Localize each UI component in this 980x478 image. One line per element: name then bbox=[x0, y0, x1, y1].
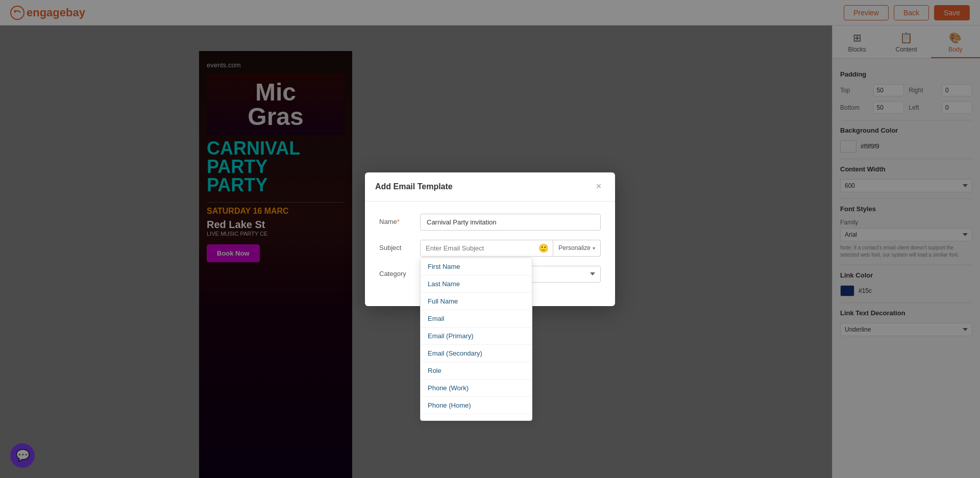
personalize-item[interactable]: Phone (Mobile) bbox=[421, 414, 532, 421]
personalize-item[interactable]: Email (Primary) bbox=[421, 328, 532, 345]
add-email-template-modal: Add Email Template × Name* Subject 🙂 bbox=[365, 172, 615, 306]
name-field bbox=[420, 214, 601, 231]
personalize-item[interactable]: First Name bbox=[421, 258, 532, 275]
personalize-label: Personalize bbox=[558, 244, 591, 251]
personalize-item[interactable]: Email (Secondary) bbox=[421, 345, 532, 362]
subject-row: Subject 🙂 Personalize ▾ First NameLast N… bbox=[379, 240, 601, 257]
personalize-button[interactable]: Personalize ▾ bbox=[553, 240, 600, 256]
personalize-item[interactable]: Full Name bbox=[421, 293, 532, 310]
personalize-dropdown[interactable]: First NameLast NameFull NameEmailEmail (… bbox=[420, 258, 532, 421]
personalize-item[interactable]: Last Name bbox=[421, 275, 532, 293]
modal-close-button[interactable]: × bbox=[593, 181, 605, 193]
emoji-button[interactable]: 🙂 bbox=[534, 240, 553, 256]
subject-wrapper: 🙂 Personalize ▾ bbox=[420, 240, 601, 257]
personalize-item[interactable]: Phone (Home) bbox=[421, 397, 532, 414]
name-input[interactable] bbox=[420, 214, 601, 231]
personalize-item[interactable]: Email bbox=[421, 310, 532, 328]
name-required-marker: * bbox=[397, 218, 400, 225]
personalize-chevron-icon: ▾ bbox=[593, 245, 595, 251]
subject-label: Subject bbox=[379, 240, 420, 251]
category-label: Category bbox=[379, 266, 420, 278]
modal-backdrop[interactable]: Add Email Template × Name* Subject 🙂 bbox=[0, 0, 980, 478]
name-label: Name* bbox=[379, 214, 420, 225]
modal-title: Add Email Template bbox=[375, 182, 453, 191]
name-row: Name* bbox=[379, 214, 601, 231]
modal-body: Name* Subject 🙂 Personalize ▾ bbox=[365, 202, 615, 306]
subject-input[interactable] bbox=[421, 240, 534, 256]
personalize-item[interactable]: Role bbox=[421, 362, 532, 380]
modal-header: Add Email Template × bbox=[365, 172, 615, 202]
personalize-item[interactable]: Phone (Work) bbox=[421, 380, 532, 397]
subject-field: 🙂 Personalize ▾ First NameLast NameFull … bbox=[420, 240, 601, 257]
